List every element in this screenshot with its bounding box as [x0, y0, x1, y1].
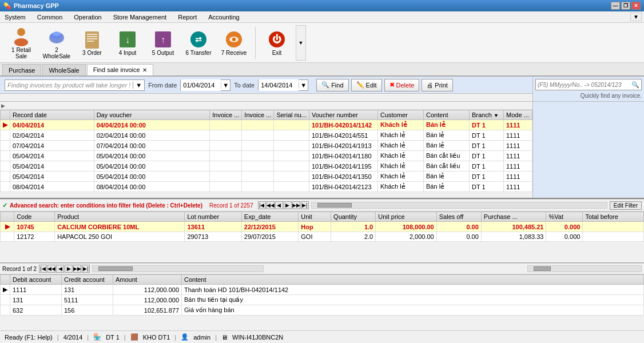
col-branch[interactable]: Branch ▼ [470, 110, 504, 120]
quick-search-input[interactable] [536, 82, 630, 88]
accounting-row[interactable]: ▶ 1111 131 112,000.000 Thanh toán HD 101… [1, 285, 644, 295]
restore-button[interactable]: ❐ [621, 2, 630, 10]
retail-sale-icon [11, 26, 31, 47]
col-record-date[interactable]: Record date [10, 110, 94, 120]
col-day-voucher[interactable]: Day voucher [94, 110, 210, 120]
table-row[interactable]: 05/04/2014 05/04/2014 00:00 101/BH-04201… [1, 151, 532, 161]
detail-scrollbar-h[interactable] [92, 265, 264, 272]
cell-record-date: 05/04/2014 [10, 161, 94, 172]
detail-nav-prev-prev[interactable]: ◀◀ [47, 265, 55, 273]
tab-purchase[interactable]: Purchase [2, 64, 41, 75]
accounting-scroll[interactable]: Debit account Credit account Amount Cont… [0, 274, 644, 316]
menu-accounting[interactable]: Accounting [206, 13, 241, 22]
tab-find-sale[interactable]: Find sale invoice ✕ [87, 64, 153, 75]
detail-row[interactable]: 12172 HAPACOL 250 GOI 290713 29/07/2015 … [1, 232, 644, 242]
detail-grid-scroll[interactable]: Code Product Lot number Exp_date Unit Qu… [0, 212, 644, 242]
quick-search-icon[interactable]: 🔍 [630, 81, 641, 89]
from-date-dropdown[interactable]: ▼ [221, 82, 230, 89]
tab-wholesale[interactable]: WholeSale [42, 64, 85, 75]
accounting-section: Debit account Credit account Amount Cont… [0, 274, 644, 316]
acol-content[interactable]: Content [182, 275, 644, 285]
nav-prev[interactable]: ◀ [275, 201, 283, 209]
acol-amount[interactable]: Amount [113, 275, 182, 285]
delete-button[interactable]: ✖ Delete [384, 79, 420, 91]
col-voucher[interactable]: Voucher number [309, 110, 378, 120]
table-row[interactable]: 07/04/2014 07/04/2014 00:00 101/BH-04201… [1, 141, 532, 151]
table-row[interactable]: 05/04/2014 05/04/2014 00:00 101/BH-04201… [1, 172, 532, 182]
filter-delete-hint: Advanced search: enter conditions into f… [10, 202, 202, 209]
col-serial[interactable]: Serial nu... [274, 110, 309, 120]
to-date-input[interactable] [259, 79, 299, 91]
accounting-row[interactable]: 632 156 102,651.877 Giá vốn hàng bán [1, 305, 644, 316]
col-content[interactable]: Content [424, 110, 470, 120]
dcol-unit-price[interactable]: Unit price [376, 212, 437, 222]
detail-nav-next[interactable]: ▶ [65, 265, 73, 273]
exit-icon: ⏻ [267, 29, 287, 50]
dcol-vat[interactable]: %Vat [546, 212, 583, 222]
tab-close-button[interactable]: ✕ [142, 67, 147, 73]
acol-credit[interactable]: Credit account [62, 275, 113, 285]
menu-operation[interactable]: Operation [71, 13, 104, 22]
filter-dropdown-arrow[interactable]: ▼ [133, 82, 144, 89]
detail-nav-next-next[interactable]: ▶▶ [73, 265, 81, 273]
nav-next[interactable]: ▶ [284, 201, 292, 209]
close-button[interactable]: ✕ [631, 2, 641, 10]
status-bar: Ready (F1: Help) | 4/2014 | 🏪 DT 1 | 🟫 K… [0, 330, 644, 343]
wholesale-button[interactable]: 2 WholeSale [40, 25, 73, 61]
accounting-row[interactable]: 131 5111 112,000.000 Bán thu tiền tại qu… [1, 295, 644, 305]
col-invoice2[interactable]: Invoice ... [242, 110, 274, 120]
find-button[interactable]: 🔍 Find [316, 79, 348, 91]
dcol-unit[interactable]: Unit [299, 212, 331, 222]
output-button[interactable]: ↑ 5 Output [146, 25, 180, 61]
branch-filter-icon[interactable]: ▼ [494, 113, 499, 118]
to-date-dropdown[interactable]: ▼ [299, 82, 308, 89]
menu-store-management[interactable]: Store Management [111, 13, 169, 22]
dcol-qty[interactable]: Quantity [331, 212, 376, 222]
detail-row[interactable]: ▶ 10745 CALCIUM CORBIERE 10ML 13611 22/1… [1, 222, 644, 232]
receive-button[interactable]: 7 Receive [217, 25, 251, 61]
detail-nav-last[interactable]: ▶| [82, 265, 90, 273]
menu-system[interactable]: System [2, 13, 28, 22]
transfer-button[interactable]: ⇄ 6 Transfer [182, 25, 215, 61]
dcol-code[interactable]: Code [14, 212, 55, 222]
menu-dropdown-btn[interactable]: ▼ [630, 13, 642, 21]
detail-nav-prev[interactable]: ◀ [56, 265, 64, 273]
dcol-sales-off[interactable]: Sales off [436, 212, 481, 222]
table-row[interactable]: 05/04/2014 05/04/2014 00:00 101/BH-04201… [1, 161, 532, 172]
acol-debit[interactable]: Debit account [10, 275, 62, 285]
main-scrollbar-h[interactable] [311, 202, 607, 209]
exit-button[interactable]: ⏻ Exit [260, 25, 293, 61]
retail-sale-button[interactable]: 1 Retail Sale [5, 25, 38, 61]
edit-filter-button[interactable]: Edit Filter [610, 201, 642, 210]
order-button[interactable]: 3 Order [75, 25, 109, 61]
print-button[interactable]: 🖨 Print [422, 79, 453, 91]
menu-common[interactable]: Common [35, 13, 65, 22]
nav-prev-prev[interactable]: ◀◀ [267, 201, 275, 209]
table-row[interactable]: ▶ 04/04/2014 04/04/2014 00:00 101/BH-042… [1, 120, 532, 130]
nav-first[interactable]: |◀ [258, 201, 266, 209]
detail-scrollbar-h2[interactable] [527, 265, 642, 272]
dcol-total[interactable]: Total before [583, 212, 644, 222]
edit-button[interactable]: ✏️ Edit [351, 79, 382, 91]
col-customer[interactable]: Customer [378, 110, 424, 120]
arow-arrow [1, 305, 10, 316]
dcol-product[interactable]: Product [55, 212, 185, 222]
nav-next-next[interactable]: ▶▶ [292, 201, 300, 209]
main-grid-scroll[interactable]: Record date Day voucher Invoice ... Invo… [0, 110, 532, 192]
dcol-exp[interactable]: Exp_date [241, 212, 298, 222]
input-button[interactable]: ↓ 4 Input [111, 25, 144, 61]
from-date-input[interactable] [181, 79, 221, 91]
minimize-button[interactable]: — [611, 2, 620, 10]
nav-last[interactable]: ▶| [301, 201, 309, 209]
detail-nav-first[interactable]: |◀ [39, 265, 47, 273]
table-row[interactable]: 02/04/2014 02/04/2014 00:00 101/BH-04201… [1, 130, 532, 141]
table-row[interactable]: 08/04/2014 08/04/2014 00:00 101/BH-04201… [1, 182, 532, 192]
col-invoice1[interactable]: Invoice ... [210, 110, 242, 120]
quick-search-hint: Quickly find any invoice. [535, 93, 642, 99]
search-filter-dropdown[interactable]: Finding invoices by product will take lo… [5, 79, 145, 91]
dcol-purchase[interactable]: Purchase ... [481, 212, 546, 222]
col-mode[interactable]: Mode ... [504, 110, 532, 120]
menu-report[interactable]: Report [176, 13, 199, 22]
dcol-lot[interactable]: Lot number [185, 212, 241, 222]
toolbar-more-button[interactable]: ▼ [296, 25, 306, 61]
